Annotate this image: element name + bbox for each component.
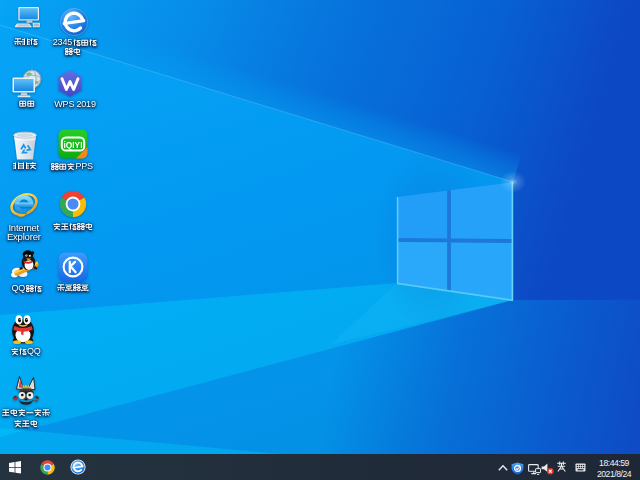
svg-text:iQIYI: iQIYI xyxy=(63,140,82,150)
